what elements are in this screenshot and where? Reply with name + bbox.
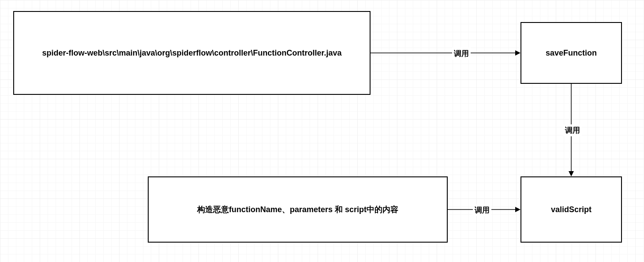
edge-label-3: 调用 [473, 204, 491, 216]
node-function-controller[interactable]: spider-flow-web\src\main\java\org\spider… [13, 11, 371, 95]
node-malicious-payload[interactable]: 构造恶意functionName、parameters 和 script中的内容 [148, 176, 448, 243]
node-label: 构造恶意functionName、parameters 和 script中的内容 [197, 204, 398, 215]
node-valid-script[interactable]: validScript [520, 176, 622, 243]
edge-label-2: 调用 [563, 124, 582, 136]
node-label: validScript [551, 205, 592, 214]
edge-controller-to-save [371, 49, 520, 57]
edge-label-1: 调用 [452, 48, 471, 60]
svg-marker-3 [569, 171, 574, 176]
svg-marker-1 [515, 50, 520, 56]
node-label: spider-flow-web\src\main\java\org\spider… [42, 49, 341, 58]
node-label: saveFunction [546, 49, 597, 58]
svg-marker-5 [515, 207, 520, 212]
node-save-function[interactable]: saveFunction [520, 22, 622, 84]
